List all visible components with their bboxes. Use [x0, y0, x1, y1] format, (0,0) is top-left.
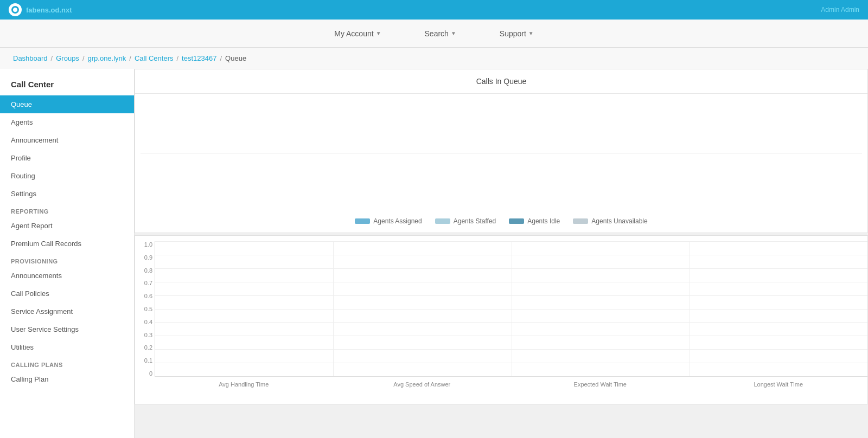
bar-chart-wrapper: 1.0 0.9 0.8 0.7 0.6 0.5 0.4 0.3 0.2 0.1 …	[135, 236, 867, 404]
x-axis: Avg Handling Time Avg Speed of Answer Ex…	[155, 377, 867, 404]
chart1-title: Calls In Queue	[135, 69, 867, 94]
sidebar-item-premium-call-records[interactable]: Premium Call Records	[0, 235, 134, 253]
legend-color-unavailable	[573, 218, 588, 224]
main-content: Calls In Queue Agents Assigned Agents St…	[135, 69, 868, 438]
chevron-down-icon: ▼	[528, 30, 534, 36]
x-label-avg-handling: Avg Handling Time	[155, 377, 333, 404]
sidebar-item-agent-report[interactable]: Agent Report	[0, 217, 134, 235]
nav-search[interactable]: Search ▼	[425, 29, 456, 38]
top-bar: fabens.od.nxt Admin Admin	[0, 0, 868, 20]
sidebar-item-routing[interactable]: Routing	[0, 167, 134, 185]
sidebar-item-agents[interactable]: Agents	[0, 113, 134, 131]
logo-text: fabens.od.nxt	[26, 6, 72, 14]
section-provisioning: PROVISIONING	[0, 253, 134, 267]
nav-bar: My Account ▼ Search ▼ Support ▼	[0, 20, 868, 48]
x-label-longest-wait: Longest Wait Time	[690, 377, 868, 404]
nav-support[interactable]: Support ▼	[500, 29, 534, 38]
chevron-down-icon: ▼	[451, 30, 456, 36]
breadcrumb-queue: Queue	[225, 54, 246, 62]
section-reporting: REPORTING	[0, 203, 134, 217]
chart1-svg	[141, 102, 862, 205]
vert-grid-line	[512, 241, 512, 376]
logo-icon	[9, 3, 22, 16]
legend-color-idle	[509, 218, 524, 224]
sidebar-item-announcements[interactable]: Announcements	[0, 267, 134, 285]
bar-chart-section: 1.0 0.9 0.8 0.7 0.6 0.5 0.4 0.3 0.2 0.1 …	[135, 235, 868, 404]
breadcrumb-test[interactable]: test123467	[182, 54, 216, 62]
calls-in-queue-chart: Calls In Queue Agents Assigned Agents St…	[135, 69, 868, 233]
sidebar-item-settings[interactable]: Settings	[0, 185, 134, 203]
sidebar-item-utilities[interactable]: Utilities	[0, 338, 134, 356]
sidebar-item-profile[interactable]: Profile	[0, 149, 134, 167]
breadcrumb-groups[interactable]: Groups	[56, 54, 79, 62]
chevron-down-icon: ▼	[376, 30, 381, 36]
sidebar-item-call-policies[interactable]: Call Policies	[0, 285, 134, 302]
legend-agents-assigned: Agents Assigned	[355, 217, 422, 225]
chart-plot	[155, 241, 867, 377]
sidebar-item-user-service-settings[interactable]: User Service Settings	[0, 320, 134, 338]
sidebar-item-queue[interactable]: Queue	[0, 95, 134, 113]
x-label-avg-speed: Avg Speed of Answer	[333, 377, 512, 404]
sidebar-item-announcement[interactable]: Announcement	[0, 131, 134, 149]
y-axis: 1.0 0.9 0.8 0.7 0.6 0.5 0.4 0.3 0.2 0.1 …	[135, 241, 155, 377]
breadcrumb-callcenters[interactable]: Call Centers	[135, 54, 174, 62]
top-bar-user[interactable]: Admin Admin	[821, 6, 859, 14]
chart1-legend: Agents Assigned Agents Staffed Agents Id…	[135, 213, 867, 233]
vert-grid-line	[333, 241, 334, 376]
chart1-area	[135, 94, 867, 213]
nav-my-account[interactable]: My Account ▼	[334, 29, 381, 38]
main-layout: Call Center Queue Agents Announcement Pr…	[0, 69, 868, 438]
breadcrumb-grp[interactable]: grp.one.lynk	[88, 54, 126, 62]
logo-area: fabens.od.nxt	[9, 3, 72, 16]
legend-agents-idle: Agents Idle	[509, 217, 560, 225]
breadcrumb-dashboard[interactable]: Dashboard	[13, 54, 48, 62]
legend-color-assigned	[355, 218, 370, 224]
sidebar-item-service-assignment[interactable]: Service Assignment	[0, 302, 134, 320]
sidebar-header: Call Center	[0, 75, 134, 95]
vert-grid-line	[690, 241, 690, 376]
x-label-expected-wait: Expected Wait Time	[511, 377, 690, 404]
breadcrumb: Dashboard / Groups / grp.one.lynk / Call…	[0, 48, 868, 69]
section-calling-plans: CALLING PLANS	[0, 356, 134, 370]
sidebar-item-calling-plan[interactable]: Calling Plan	[0, 370, 134, 388]
legend-agents-staffed: Agents Staffed	[435, 217, 496, 225]
legend-agents-unavailable: Agents Unavailable	[573, 217, 647, 225]
legend-color-staffed	[435, 218, 450, 224]
sidebar: Call Center Queue Agents Announcement Pr…	[0, 69, 135, 438]
